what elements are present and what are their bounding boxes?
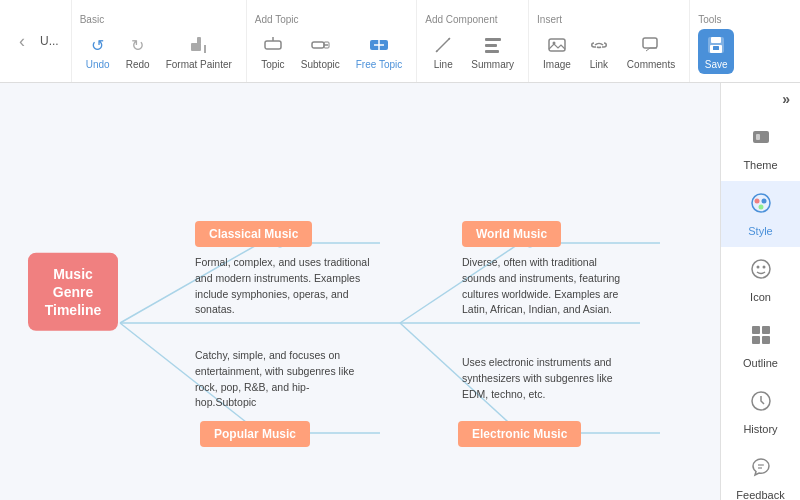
- sidebar-item-style[interactable]: Style: [721, 181, 800, 247]
- breadcrumb: U...: [40, 34, 59, 48]
- subtopic-icon: [308, 33, 332, 57]
- topic-electronic[interactable]: Electronic Music: [458, 421, 581, 447]
- topic-world-label: World Music: [476, 227, 547, 241]
- free-topic-button[interactable]: Free Topic: [350, 29, 409, 74]
- tools-label: Tools: [698, 14, 721, 25]
- svg-rect-18: [711, 37, 721, 43]
- svg-rect-14: [549, 39, 565, 51]
- insert-label: Insert: [537, 14, 562, 25]
- save-btn-label: Save: [705, 59, 728, 70]
- redo-label: Redo: [126, 59, 150, 70]
- comments-icon: [639, 33, 663, 57]
- image-icon: [545, 33, 569, 57]
- feedback-icon: [749, 455, 773, 485]
- toolbar: ‹ U... Basic ↺ Undo ↻ Redo Format Painte…: [0, 0, 800, 83]
- style-icon: [749, 191, 773, 221]
- line-button[interactable]: Line: [425, 29, 461, 74]
- topic-electronic-label: Electronic Music: [472, 427, 567, 441]
- svg-rect-35: [756, 134, 760, 140]
- sidebar-theme-label: Theme: [743, 159, 777, 171]
- format-painter-button[interactable]: Format Painter: [160, 29, 238, 74]
- save-icon: [704, 33, 728, 57]
- basic-section: Basic ↺ Undo ↻ Redo Format Painter: [72, 0, 247, 82]
- desc-electronic: Uses electronic instruments and synthesi…: [462, 355, 627, 402]
- right-sidebar: » Theme Style Icon O: [720, 83, 800, 500]
- svg-point-41: [756, 266, 759, 269]
- svg-rect-16: [643, 38, 657, 48]
- mindmap: Music Genre Timeline Classical Music For…: [0, 83, 720, 500]
- save-button[interactable]: Save: [698, 29, 734, 74]
- icon-icon: [749, 257, 773, 287]
- topic-icon: [261, 33, 285, 57]
- format-painter-icon: [187, 33, 211, 57]
- redo-icon: ↻: [126, 33, 150, 57]
- link-button[interactable]: Link: [581, 29, 617, 74]
- insert-section: Insert Image Link Comments: [529, 0, 690, 82]
- add-topic-buttons: Topic Subtopic Free Topic: [255, 29, 408, 74]
- sidebar-icon-label: Icon: [750, 291, 771, 303]
- back-button[interactable]: ‹: [8, 27, 36, 55]
- sidebar-feedback-label: Feedback: [736, 489, 784, 500]
- summary-icon: [481, 33, 505, 57]
- central-node-text: Music Genre Timeline: [45, 265, 102, 317]
- sidebar-item-history[interactable]: History: [721, 379, 800, 445]
- svg-rect-12: [485, 44, 497, 47]
- svg-rect-34: [753, 131, 769, 143]
- link-icon: [587, 33, 611, 57]
- free-topic-btn-label: Free Topic: [356, 59, 403, 70]
- svg-rect-13: [485, 50, 499, 53]
- theme-icon: [749, 125, 773, 155]
- basic-label: Basic: [80, 14, 104, 25]
- line-icon: [431, 33, 455, 57]
- line-btn-label: Line: [434, 59, 453, 70]
- outline-icon: [749, 323, 773, 353]
- add-topic-label: Add Topic: [255, 14, 299, 25]
- basic-buttons: ↺ Undo ↻ Redo Format Painter: [80, 29, 238, 74]
- svg-rect-1: [197, 37, 201, 44]
- sidebar-history-label: History: [743, 423, 777, 435]
- redo-button[interactable]: ↻ Redo: [120, 29, 156, 74]
- undo-label: Undo: [86, 59, 110, 70]
- svg-rect-5: [312, 42, 324, 48]
- sidebar-style-label: Style: [748, 225, 772, 237]
- link-btn-label: Link: [590, 59, 608, 70]
- topic-popular-label: Popular Music: [214, 427, 296, 441]
- desc-classical: Formal, complex, and uses traditional an…: [195, 255, 370, 318]
- format-painter-label: Format Painter: [166, 59, 232, 70]
- topic-button[interactable]: Topic: [255, 29, 291, 74]
- topic-classical[interactable]: Classical Music: [195, 221, 312, 247]
- topic-world[interactable]: World Music: [462, 221, 561, 247]
- sidebar-item-icon[interactable]: Icon: [721, 247, 800, 313]
- central-node[interactable]: Music Genre Timeline: [28, 252, 118, 331]
- svg-rect-3: [265, 41, 281, 49]
- free-topic-icon: [367, 33, 391, 57]
- sidebar-item-outline[interactable]: Outline: [721, 313, 800, 379]
- svg-rect-44: [762, 326, 770, 334]
- undo-button[interactable]: ↺ Undo: [80, 29, 116, 74]
- summary-btn-label: Summary: [471, 59, 514, 70]
- desc-world-text: Diverse, often with traditional sounds a…: [462, 256, 620, 315]
- expand-icon[interactable]: »: [782, 91, 790, 107]
- comments-button[interactable]: Comments: [621, 29, 681, 74]
- desc-classical-text: Formal, complex, and uses traditional an…: [195, 256, 370, 315]
- subtopic-button[interactable]: Subtopic: [295, 29, 346, 74]
- image-button[interactable]: Image: [537, 29, 577, 74]
- add-topic-section: Add Topic Topic Subtopic Free Topic: [247, 0, 417, 82]
- undo-icon: ↺: [86, 33, 110, 57]
- svg-point-37: [754, 199, 759, 204]
- topic-popular[interactable]: Popular Music: [200, 421, 310, 447]
- subtopic-btn-label: Subtopic: [301, 59, 340, 70]
- topic-btn-label: Topic: [261, 59, 284, 70]
- summary-button[interactable]: Summary: [465, 29, 520, 74]
- history-icon: [749, 389, 773, 419]
- sidebar-item-feedback[interactable]: Feedback: [721, 445, 800, 500]
- svg-point-39: [758, 205, 763, 210]
- insert-buttons: Image Link Comments: [537, 29, 681, 74]
- canvas[interactable]: Music Genre Timeline Classical Music For…: [0, 83, 720, 500]
- svg-rect-43: [752, 326, 760, 334]
- tools-buttons: Save: [698, 29, 734, 74]
- desc-popular-text: Catchy, simple, and focuses on entertain…: [195, 349, 354, 408]
- svg-point-42: [762, 266, 765, 269]
- sidebar-item-theme[interactable]: Theme: [721, 115, 800, 181]
- svg-rect-11: [485, 38, 501, 41]
